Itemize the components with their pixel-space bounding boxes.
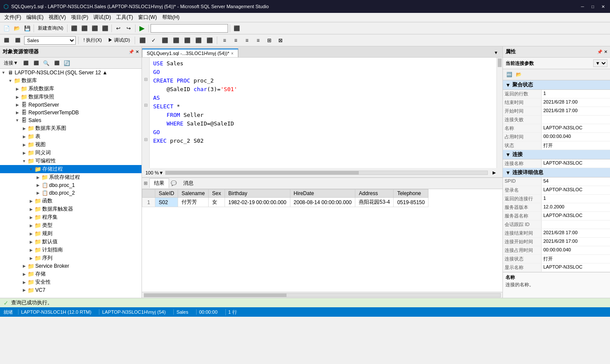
debug-button[interactable]: ▶ 调试(D) — [106, 36, 132, 45]
expand-icon[interactable]: ▶ — [14, 109, 21, 116]
toolbar-btn3[interactable]: ⬛ — [90, 24, 99, 33]
oe-close-icon[interactable]: ✕ — [136, 49, 139, 54]
editor-tab[interactable]: SQLQuery1.sql -...3SLOC1H\myj (54))* × — [142, 49, 238, 57]
col-telephone[interactable]: Telephone — [394, 190, 428, 198]
cell-hiredate[interactable]: 2008-08-14 00:00:00.000 — [290, 198, 355, 207]
toolbar-btn2[interactable]: ⬛ — [80, 24, 89, 33]
tb2-align5[interactable]: ⊞ — [265, 36, 274, 45]
tab-menu-button[interactable]: ▼ — [491, 48, 501, 57]
oe-proc1-node[interactable]: ▶ 📋 dbo.proc_1 — [0, 181, 142, 189]
expand-icon[interactable]: ▶ — [28, 230, 34, 237]
open-button[interactable]: 📂 — [12, 24, 22, 33]
minimize-button[interactable]: ─ — [579, 3, 586, 10]
tb2-btn7[interactable]: ⬛ — [205, 36, 214, 45]
scroll-right-button[interactable]: ▶ — [490, 168, 499, 177]
tb2-btn4[interactable]: ⬛ — [171, 36, 181, 45]
col-hiredate[interactable]: HireDate — [290, 190, 355, 198]
oe-sequences-node[interactable]: ▶ 📁 序列 — [0, 254, 142, 262]
expand-icon[interactable]: ▶ — [14, 94, 21, 101]
menu-edit[interactable]: 编辑(E) — [24, 13, 46, 22]
oe-planguides-node[interactable]: ▶ 📁 计划指南 — [0, 246, 142, 254]
stop-button[interactable]: ⬛ — [138, 36, 147, 45]
oe-types-node[interactable]: ▶ 📁 类型 — [0, 221, 142, 229]
expand-icon[interactable]: ▶ — [28, 222, 34, 229]
tb2-align3[interactable]: ≡ — [242, 36, 252, 45]
oe-defaults-node[interactable]: ▶ 📁 默认值 — [0, 238, 142, 246]
results-hscrollbar[interactable] — [142, 292, 502, 298]
oe-snapshots-node[interactable]: ▶ 📁 数据库快照 — [0, 93, 142, 101]
oe-btn3[interactable]: ⬛ — [52, 58, 62, 68]
hscrollbar[interactable] — [165, 171, 488, 175]
section-header-connection[interactable]: ▼ 连接 — [503, 150, 610, 159]
code-editor[interactable]: USE Sales GO CREATE PROC proc_2 @SaleID … — [150, 58, 496, 168]
margin-fold-button[interactable]: ⊟ — [142, 135, 149, 144]
menu-tools[interactable]: 工具(T) — [114, 13, 136, 22]
hscrollbar-thumb[interactable] — [166, 171, 359, 174]
expand-icon[interactable]: ▶ — [28, 214, 34, 221]
close-button[interactable]: ✕ — [600, 3, 607, 10]
col-sex[interactable]: Sex — [209, 190, 225, 198]
tb2-btn2[interactable]: ⬛ — [13, 36, 22, 45]
section-header-aggregate[interactable]: ▼ 聚合状态 — [503, 80, 610, 90]
oe-rules-node[interactable]: ▶ 📁 规则 — [0, 229, 142, 238]
editor-vscrollbar[interactable] — [496, 58, 502, 168]
tb2-align4[interactable]: ≡ — [253, 36, 263, 45]
tb2-btn5[interactable]: ⬛ — [182, 36, 192, 45]
oe-vc7-node[interactable]: ▶ 📁 VC7 — [0, 286, 142, 294]
expand-icon[interactable]: ▶ — [21, 150, 28, 156]
tb2-align2[interactable]: ≡ — [231, 36, 240, 45]
menu-help[interactable]: 帮助(H) — [160, 13, 182, 22]
oe-databases-node[interactable]: ▼ 📁 数据库 — [0, 76, 142, 85]
expand-icon[interactable]: ▶ — [28, 255, 34, 262]
oe-views-node[interactable]: ▶ 📁 视图 — [0, 141, 142, 149]
expand-icon[interactable]: ▶ — [21, 125, 28, 132]
tab-close-button[interactable]: × — [231, 51, 234, 56]
oe-btn2[interactable]: ⬛ — [31, 58, 41, 68]
oe-system-dbs-node[interactable]: ▶ 📁 系统数据库 — [0, 85, 142, 93]
oe-synonyms-node[interactable]: ▶ 📁 同义词 — [0, 149, 142, 157]
toolbar-end-btn[interactable]: ⬛ — [232, 24, 241, 33]
expand-icon[interactable]: ▼ — [28, 166, 34, 173]
expand-icon[interactable]: ▶ — [21, 279, 28, 286]
oe-proc2-node[interactable]: ▶ 📋 dbo.proc_2 — [0, 189, 142, 197]
expand-icon[interactable]: ▶ — [34, 190, 41, 196]
oe-btn1[interactable]: ⬛ — [21, 58, 31, 68]
expand-icon[interactable]: ▶ — [34, 174, 41, 181]
oe-filter-button[interactable]: 🔍 — [42, 58, 51, 68]
oe-assemblies-node[interactable]: ▶ 📁 程序集 — [0, 213, 142, 221]
menu-file[interactable]: 文件(F) — [2, 13, 24, 22]
tb2-align1[interactable]: ≡ — [220, 36, 229, 45]
tb2-btn1[interactable]: ⬛ — [2, 36, 11, 45]
expand-icon[interactable]: ▶ — [28, 206, 34, 213]
toolbar-btn4[interactable]: ⬛ — [100, 24, 110, 33]
expand-icon[interactable]: ▶ — [21, 133, 28, 140]
col-salename[interactable]: Salename — [178, 190, 209, 198]
expand-icon[interactable]: ▼ — [21, 158, 28, 165]
hscroll-thumb[interactable] — [144, 294, 287, 297]
oe-security-node[interactable]: ▶ 📁 安全性 — [0, 278, 142, 286]
expand-icon[interactable]: ▶ — [28, 198, 34, 205]
redo-button[interactable]: ↪ — [124, 24, 133, 33]
cell-telephone[interactable]: 0519-85150 — [394, 198, 428, 207]
oe-reportserver-node[interactable]: ▶ 🗄 ReportServer — [0, 101, 142, 109]
database-selector[interactable]: Sales — [24, 36, 76, 45]
props-close-icon[interactable]: ✕ — [604, 49, 607, 54]
cell-salename[interactable]: 付芳芳 — [178, 198, 209, 207]
oe-server-node[interactable]: ▼ 🖥 LAPTOP-N3SLOC1H (SQL Server 12 ▲ — [0, 69, 142, 76]
col-birthday[interactable]: Birthday — [225, 190, 290, 198]
oe-storage-node[interactable]: ▶ 📁 存储 — [0, 270, 142, 278]
toolbar-btn1[interactable]: ⬛ — [69, 24, 79, 33]
cell-sex[interactable]: 女 — [209, 198, 225, 207]
expand-icon[interactable]: ▼ — [7, 77, 14, 84]
scrollbar-thumb[interactable] — [498, 58, 502, 67]
oe-connect-button[interactable]: 连接▼ — [2, 58, 20, 68]
expand-icon[interactable]: ▼ — [0, 69, 7, 76]
oe-programmability-node[interactable]: ▼ 📁 可编程性 — [0, 157, 142, 165]
props-dropdown[interactable]: ▼ — [593, 59, 607, 67]
oe-system-procs-node[interactable]: ▶ 📁 系统存储过程 — [0, 173, 142, 181]
zoom-dropdown[interactable]: ▼ — [159, 170, 163, 175]
expand-icon[interactable]: ▶ — [21, 287, 28, 294]
expand-icon[interactable]: ▶ — [14, 86, 21, 92]
oe-reportservertempdb-node[interactable]: ▶ 🗄 ReportServerTempDB — [0, 109, 142, 116]
tb2-btn3[interactable]: ⬛ — [160, 36, 169, 45]
